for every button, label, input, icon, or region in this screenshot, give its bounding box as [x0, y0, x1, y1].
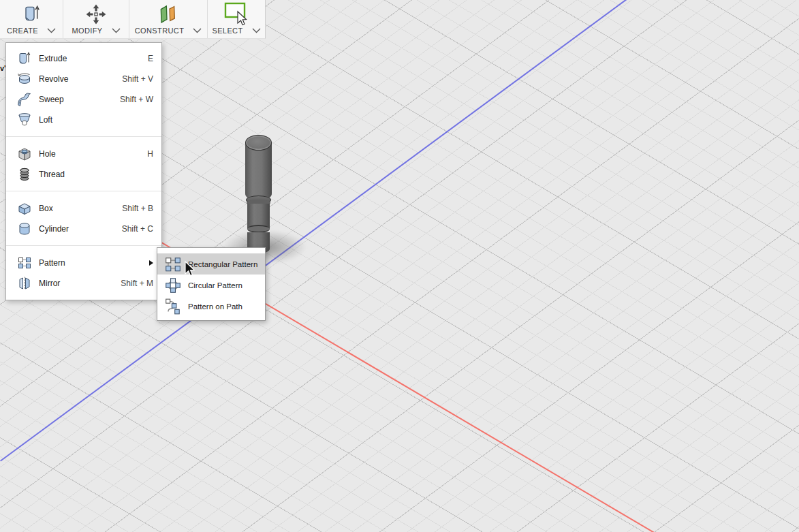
- revolve-icon: [16, 71, 33, 87]
- sweep-icon: [16, 91, 33, 108]
- circular-pattern-icon: [163, 277, 182, 294]
- toolbar-label-create: CREATE: [7, 27, 38, 35]
- chevron-down-icon[interactable]: [47, 28, 56, 33]
- chevron-down-icon[interactable]: [112, 28, 121, 33]
- mouse-cursor-icon: [184, 261, 196, 278]
- menu-item-extrude[interactable]: Extrude E: [6, 48, 161, 69]
- create-dropdown-menu: Extrude E Revolve Shift + V Sweep Shift …: [5, 42, 162, 300]
- toolbar-group-construct[interactable]: CONSTRUCT: [129, 0, 207, 38]
- x-axis-line: [67, 187, 772, 532]
- cylinder-icon: [16, 221, 33, 237]
- menu-item-pattern[interactable]: Pattern: [6, 253, 161, 273]
- select-icon: [223, 2, 250, 27]
- rectangular-pattern-icon: [163, 255, 182, 273]
- menu-item-loft[interactable]: Loft: [6, 110, 161, 130]
- hole-icon: [16, 146, 33, 162]
- submenu-item-circular-pattern[interactable]: Circular Pattern: [157, 275, 265, 296]
- menu-item-cylinder[interactable]: Cylinder Shift + C: [6, 219, 161, 239]
- menu-separator: [6, 191, 161, 191]
- extrude-icon: [16, 50, 33, 67]
- toolbar-label-construct: CONSTRUCT: [135, 27, 185, 35]
- toolbar-group-create[interactable]: CREATE: [0, 0, 63, 38]
- pattern-on-path-icon: [163, 298, 182, 315]
- submenu-item-pattern-on-path[interactable]: Pattern on Path: [157, 296, 265, 317]
- mirror-icon: [16, 275, 33, 292]
- submenu-arrow-icon: [149, 260, 153, 266]
- menu-item-mirror[interactable]: Mirror Shift + M: [6, 273, 161, 294]
- toolbar-group-select[interactable]: SELECT: [207, 0, 265, 38]
- chevron-down-icon[interactable]: [252, 28, 261, 33]
- toolbar-label-select: SELECT: [212, 27, 242, 35]
- menu-separator: [6, 245, 161, 246]
- create-icon: [20, 2, 43, 27]
- pattern-icon: [16, 255, 33, 271]
- menu-separator: [6, 136, 161, 137]
- menu-item-thread[interactable]: Thread: [6, 164, 161, 185]
- toolbar-group-modify[interactable]: MODIFY: [63, 0, 129, 38]
- menu-item-sweep[interactable]: Sweep Shift + W: [6, 89, 161, 110]
- menu-item-revolve[interactable]: Revolve Shift + V: [6, 69, 161, 89]
- construct-icon: [157, 2, 180, 27]
- thread-icon: [16, 166, 33, 183]
- cylinder-top-face[interactable]: [245, 135, 272, 151]
- modify-icon: [84, 2, 108, 27]
- cylinder-upper-body[interactable]: [245, 142, 272, 201]
- submenu-item-rectangular-pattern[interactable]: Rectangular Pattern: [157, 253, 265, 275]
- pattern-submenu: Rectangular Pattern Circular Pattern Pat…: [157, 247, 266, 321]
- chevron-down-icon[interactable]: [193, 28, 202, 33]
- box-icon: [16, 200, 33, 217]
- menu-item-box[interactable]: Box Shift + B: [6, 198, 161, 219]
- toolbar-label-modify: MODIFY: [72, 27, 102, 35]
- menu-item-hole[interactable]: Hole H: [6, 144, 161, 164]
- ribbon-toolbar: CREATE MODIFY: [0, 0, 266, 39]
- clipped-edge-text: v': [0, 64, 5, 74]
- loft-icon: [16, 112, 33, 128]
